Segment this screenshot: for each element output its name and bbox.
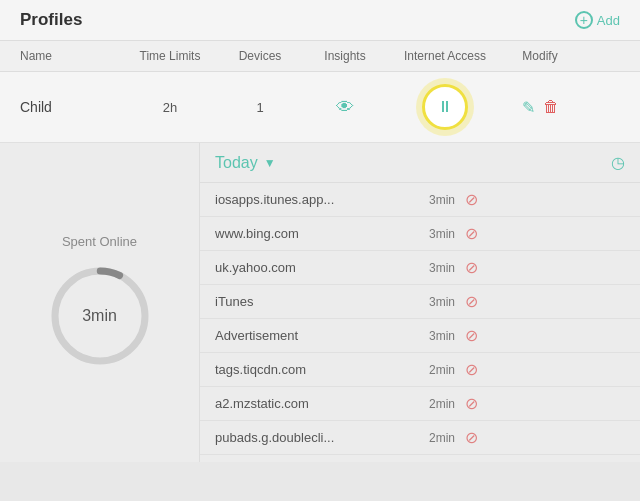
eye-icon[interactable]: 👁 [336, 97, 354, 117]
spent-online-label: Spent Online [62, 234, 137, 249]
site-name: www.bing.com [215, 226, 415, 241]
col-header-timelimits: Time Limits [120, 49, 220, 63]
list-item: uk.yahoo.com3min⊘ [200, 251, 640, 285]
circle-time-label: 3min [82, 307, 117, 325]
expanded-section: Spent Online 3min Today ▼ ◷ iosapps.itun… [0, 143, 640, 462]
table-header: Name Time Limits Devices Insights Intern… [0, 41, 640, 72]
site-time: 2min [415, 397, 455, 411]
block-icon[interactable]: ⊘ [465, 224, 478, 243]
col-header-internet: Internet Access [390, 49, 500, 63]
site-name: iTunes [215, 294, 415, 309]
row-child-name: Child [20, 99, 120, 115]
circle-chart: 3min [45, 261, 155, 371]
col-header-modify: Modify [500, 49, 580, 63]
site-name: tags.tiqcdn.com [215, 362, 415, 377]
block-icon[interactable]: ⊘ [465, 190, 478, 209]
block-icon[interactable]: ⊘ [465, 394, 478, 413]
block-icon[interactable]: ⊘ [465, 360, 478, 379]
edit-icon[interactable]: ✎ [522, 98, 535, 117]
delete-icon[interactable]: 🗑 [543, 98, 559, 117]
left-panel: Spent Online 3min [0, 143, 200, 462]
site-time: 3min [415, 295, 455, 309]
row-child-timelimits: 2h [120, 100, 220, 115]
list-item: pubads.g.doublecli...2min⊘ [200, 421, 640, 455]
add-label: Add [597, 13, 620, 28]
chevron-down-icon: ▼ [264, 156, 276, 170]
block-icon[interactable]: ⊘ [465, 326, 478, 345]
table-row: Child 2h 1 👁 ⏸ ✎ 🗑 [0, 72, 640, 143]
list-item: iTunes3min⊘ [200, 285, 640, 319]
row-child-modify: ✎ 🗑 [500, 98, 580, 117]
list-item: a2.mzstatic.com2min⊘ [200, 387, 640, 421]
list-item: iosapps.itunes.app...3min⊘ [200, 183, 640, 217]
list-item: www.bing.com3min⊘ [200, 217, 640, 251]
pause-internet-button[interactable]: ⏸ [422, 84, 468, 130]
row-child-internet: ⏸ [390, 84, 500, 130]
col-header-insights: Insights [300, 49, 390, 63]
right-panel-header: Today ▼ ◷ [200, 143, 640, 183]
block-icon[interactable]: ⊘ [465, 292, 478, 311]
history-icon[interactable]: ◷ [611, 153, 625, 172]
right-panel: Today ▼ ◷ iosapps.itunes.app...3min⊘www.… [200, 143, 640, 462]
row-child-devices: 1 [220, 100, 300, 115]
block-icon[interactable]: ⊘ [465, 428, 478, 447]
site-time: 2min [415, 363, 455, 377]
today-label: Today [215, 154, 258, 172]
site-time: 3min [415, 193, 455, 207]
site-name: a2.mzstatic.com [215, 396, 415, 411]
list-item: p16-buy.itunes.ap...2min⊘ [200, 455, 640, 462]
site-time: 3min [415, 329, 455, 343]
list-item: Advertisement3min⊘ [200, 319, 640, 353]
site-name: pubads.g.doublecli... [215, 430, 415, 445]
profiles-header: Profiles + Add [0, 0, 640, 41]
site-list: iosapps.itunes.app...3min⊘www.bing.com3m… [200, 183, 640, 462]
profiles-title: Profiles [20, 10, 82, 30]
col-header-devices: Devices [220, 49, 300, 63]
list-item: tags.tiqcdn.com2min⊘ [200, 353, 640, 387]
col-header-name: Name [20, 49, 120, 63]
add-button[interactable]: + Add [575, 11, 620, 29]
plus-icon: + [575, 11, 593, 29]
pause-icon: ⏸ [437, 98, 453, 116]
site-time: 3min [415, 261, 455, 275]
block-icon[interactable]: ⊘ [465, 258, 478, 277]
site-name: iosapps.itunes.app... [215, 192, 415, 207]
site-name: uk.yahoo.com [215, 260, 415, 275]
site-time: 2min [415, 431, 455, 445]
site-time: 3min [415, 227, 455, 241]
today-dropdown[interactable]: Today ▼ [215, 154, 276, 172]
row-child-insights: 👁 [300, 97, 390, 118]
site-name: Advertisement [215, 328, 415, 343]
